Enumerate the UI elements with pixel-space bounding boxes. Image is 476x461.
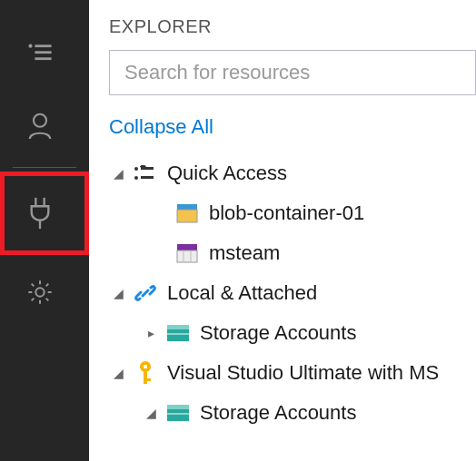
plug-icon xyxy=(27,201,53,226)
tree-item-blob-container[interactable]: blob-container-01 xyxy=(109,193,476,233)
blob-container-icon xyxy=(174,201,200,226)
caret-collapsed-icon: ▸ xyxy=(142,326,160,340)
table-icon xyxy=(174,240,200,266)
key-icon xyxy=(133,360,158,386)
tree-node-subscription[interactable]: ◢ Visual Studio Ultimate with MS xyxy=(109,353,476,393)
account-icon xyxy=(27,113,53,139)
svg-rect-37 xyxy=(167,409,189,421)
tree-label: Visual Studio Ultimate with MS xyxy=(167,361,439,385)
caret-expanded-icon: ◢ xyxy=(109,366,127,380)
svg-rect-29 xyxy=(167,325,189,329)
tree-node-storage-accounts-sub[interactable]: ◢ Storage Accounts xyxy=(109,393,476,433)
explorer-list-icon xyxy=(27,39,53,64)
storage-icon xyxy=(165,320,191,346)
svg-rect-1 xyxy=(35,44,51,47)
tree-label: Local & Attached xyxy=(167,281,317,305)
svg-rect-34 xyxy=(144,371,147,384)
collapse-all-link[interactable]: Collapse All xyxy=(89,110,476,153)
activity-divider xyxy=(13,167,76,168)
explorer-panel: EXPLORER Collapse All ◢ Quick Access xyxy=(89,0,476,461)
tree-node-storage-accounts-local[interactable]: ▸ Storage Accounts xyxy=(109,313,476,353)
svg-point-33 xyxy=(144,365,147,368)
resource-tree: ◢ Quick Access xyxy=(89,153,476,433)
caret-expanded-icon: ◢ xyxy=(109,166,127,181)
search-container xyxy=(89,50,476,110)
activity-account[interactable] xyxy=(0,89,89,163)
svg-line-14 xyxy=(46,299,49,301)
svg-rect-26 xyxy=(177,250,197,262)
svg-rect-25 xyxy=(177,244,197,250)
gear-icon xyxy=(27,280,53,305)
search-input[interactable] xyxy=(109,50,476,95)
caret-expanded-icon: ◢ xyxy=(109,286,127,300)
activity-explorer[interactable] xyxy=(0,15,89,89)
svg-rect-2 xyxy=(35,51,51,54)
svg-rect-23 xyxy=(177,210,197,222)
tree-label: blob-container-01 xyxy=(209,201,364,225)
svg-point-0 xyxy=(28,44,32,48)
svg-rect-30 xyxy=(167,329,189,341)
svg-rect-38 xyxy=(167,413,189,415)
svg-rect-36 xyxy=(167,405,189,409)
svg-point-19 xyxy=(134,176,138,180)
svg-point-8 xyxy=(35,288,44,296)
svg-rect-35 xyxy=(144,378,151,381)
link-icon xyxy=(133,280,158,306)
svg-rect-3 xyxy=(35,57,51,60)
svg-line-13 xyxy=(32,284,35,287)
tree-label: Storage Accounts xyxy=(200,401,356,425)
tree-label: Quick Access xyxy=(167,162,287,185)
quick-access-icon xyxy=(133,161,158,186)
tree-node-local-attached[interactable]: ◢ Local & Attached xyxy=(109,273,476,313)
svg-point-17 xyxy=(134,167,138,171)
activity-bar xyxy=(0,0,89,461)
caret-expanded-icon: ◢ xyxy=(142,406,160,420)
tree-node-quick-access[interactable]: ◢ Quick Access xyxy=(109,153,476,193)
svg-rect-22 xyxy=(177,204,197,210)
storage-icon xyxy=(165,400,191,426)
activity-connect[interactable] xyxy=(0,172,89,255)
tree-label: msteam xyxy=(209,241,280,265)
activity-settings[interactable] xyxy=(0,255,89,329)
tree-item-table[interactable]: msteam xyxy=(109,233,476,273)
svg-rect-20 xyxy=(141,176,154,179)
panel-title: EXPLORER xyxy=(89,0,476,50)
svg-rect-31 xyxy=(167,333,189,335)
svg-line-16 xyxy=(32,299,35,301)
svg-point-4 xyxy=(34,114,46,127)
tree-label: Storage Accounts xyxy=(200,321,356,345)
svg-line-15 xyxy=(46,284,49,287)
